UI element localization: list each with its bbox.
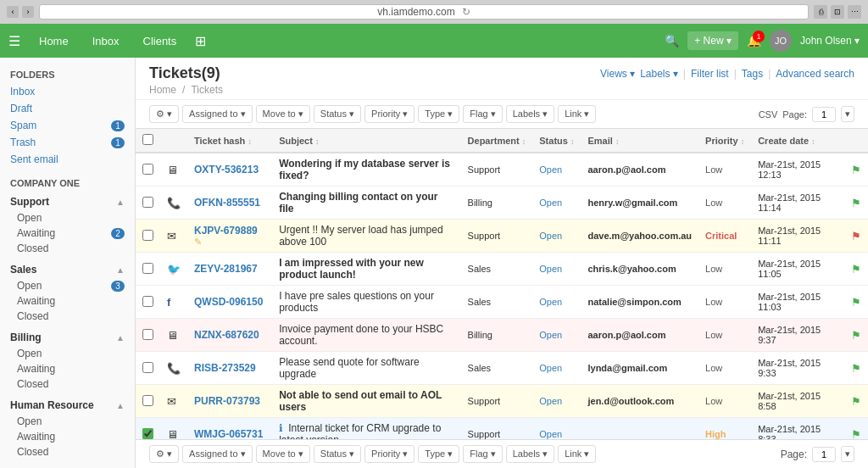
sidebar-group-billing-title[interactable]: Billing ▲ [0,327,135,346]
row-checkbox[interactable] [142,329,153,340]
row-subject[interactable]: Invoice payment done to your HSBC accoun… [272,319,460,352]
notification-bell[interactable]: 🔔 1 [747,34,761,47]
flag-icon[interactable]: ⚑ [851,197,861,209]
sidebar-support-closed[interactable]: Closed [0,241,135,256]
row-flag[interactable]: ⚑ [844,187,868,220]
bottom-assigned-to-button[interactable]: Assigned to ▾ [182,445,253,463]
flag-icon[interactable]: ⚑ [851,296,861,309]
bottom-move-to-button[interactable]: Move to ▾ [256,445,310,463]
sidebar-billing-open[interactable]: Open [0,346,135,361]
new-button[interactable]: + New ▾ [687,31,738,50]
row-checkbox[interactable] [142,164,153,175]
row-hash[interactable]: PURR-073793 [187,385,272,418]
bottom-priority-button[interactable]: Priority ▾ [364,445,415,463]
flag-icon[interactable]: ⚑ [851,395,861,408]
sidebar-billing-closed[interactable]: Closed [0,376,135,392]
row-hash[interactable]: KJPV-679889 ✎ [187,220,272,253]
labels-button[interactable]: Labels ▾ [640,68,678,80]
row-flag[interactable]: ⚑ [844,153,868,187]
sidebar-item-sent[interactable]: Sent email [0,151,135,168]
row-checkbox[interactable] [142,230,153,241]
row-checkbox[interactable] [142,362,153,373]
flag-icon[interactable]: ⚑ [851,362,861,375]
row-flag[interactable]: ⚑ [844,220,868,253]
bottom-link-button[interactable]: Link ▾ [558,445,596,463]
page-input[interactable] [812,107,836,122]
sidebar-sales-open[interactable]: Open 3 [0,278,135,293]
row-checkbox[interactable] [142,428,153,439]
row-subject[interactable]: I have pre sales questions on your produ… [272,286,460,319]
row-checkbox[interactable] [142,296,153,307]
tab-icon[interactable]: ⊡ [831,5,844,19]
row-flag[interactable]: ⚑ [844,385,868,418]
row-hash[interactable]: ZEYV-281967 [187,253,272,286]
sidebar-group-hr-title[interactable]: Human Resource ▲ [0,395,135,414]
assigned-to-button[interactable]: Assigned to ▾ [182,105,253,123]
row-flag[interactable]: ⚑ [844,253,868,286]
share-icon[interactable]: ⎙ [814,5,827,19]
flag-icon[interactable]: ⚑ [851,230,861,242]
flag-icon[interactable]: ⚑ [851,164,861,176]
row-subject[interactable]: Changing billing contact on your file [272,187,460,220]
sidebar-hr-open[interactable]: Open [0,414,135,429]
priority-button[interactable]: Priority ▾ [364,105,415,123]
labels-dropdown-button[interactable]: Labels ▾ [506,105,554,123]
hamburger-menu-icon[interactable]: ☰ [8,33,20,49]
sidebar-sales-closed[interactable]: Closed [0,309,135,324]
row-subject[interactable]: Wondering if my database server is fixed… [272,153,460,187]
row-subject[interactable]: I am impressed with your new product lau… [272,253,460,286]
filter-list-button[interactable]: Filter list [691,68,729,80]
bottom-status-button[interactable]: Status ▾ [314,445,361,463]
row-flag[interactable]: ⚑ [844,352,868,385]
sidebar-item-inbox[interactable]: Inbox [0,83,135,100]
row-subject[interactable]: Please send quote for software upgrade [272,352,460,385]
th-ticket-hash[interactable]: Ticket hash ↕ [187,129,272,153]
nav-inbox[interactable]: Inbox [87,31,125,51]
type-button[interactable]: Type ▾ [418,105,459,123]
sidebar-item-trash[interactable]: Trash 1 [0,134,135,151]
flag-icon[interactable]: ⚑ [851,263,861,276]
bottom-page-nav-btn[interactable]: ▾ [841,446,854,462]
bottom-type-button[interactable]: Type ▾ [418,445,459,463]
row-hash[interactable]: WMJG-065731 [187,418,272,440]
sidebar-support-open[interactable]: Open [0,210,135,226]
th-email[interactable]: Email ↕ [581,129,698,153]
sidebar-hr-closed[interactable]: Closed [0,444,135,460]
row-flag[interactable]: ⚑ [844,286,868,319]
th-status[interactable]: Status ↕ [532,129,581,153]
tags-button[interactable]: Tags [742,68,763,80]
sidebar-item-draft[interactable]: Draft [0,100,135,117]
sidebar-group-sales-title[interactable]: Sales ▲ [0,259,135,278]
refresh-icon[interactable]: ↻ [462,6,470,18]
row-hash[interactable]: OFKN-855551 [187,187,272,220]
row-flag[interactable]: ⚑ [844,418,868,440]
sidebar-billing-awaiting[interactable]: Awaiting [0,361,135,376]
move-to-button[interactable]: Move to ▾ [256,105,310,123]
row-subject[interactable]: Not able to send out email to AOL users [272,385,460,418]
sidebar-item-spam[interactable]: Spam 1 [0,117,135,134]
user-menu[interactable]: John Olsen ▾ [800,35,860,47]
flag-icon[interactable]: ⚑ [851,329,861,342]
flag-icon[interactable]: ⚑ [851,428,861,440]
search-icon[interactable]: 🔍 [665,34,679,47]
link-button[interactable]: Link ▾ [558,105,596,123]
forward-button[interactable]: › [22,6,34,18]
advanced-search-button[interactable]: Advanced search [776,68,854,80]
select-all-checkbox[interactable] [142,134,153,145]
sidebar-group-support-title[interactable]: Support ▲ [0,192,135,210]
row-hash[interactable]: QWSD-096150 [187,286,272,319]
url-bar[interactable]: vh.iamdemo.com ↻ [39,4,809,20]
bottom-labels-button[interactable]: Labels ▾ [506,445,554,463]
sidebar-support-awaiting[interactable]: Awaiting 2 [0,226,135,241]
row-subject[interactable]: Urgent !! My server load has jumped abov… [272,220,460,253]
row-checkbox[interactable] [142,263,153,274]
row-hash[interactable]: NZNX-687620 [187,319,272,352]
bottom-gear-dropdown[interactable]: ⚙ ▾ [149,445,179,463]
breadcrumb-home[interactable]: Home [149,84,176,96]
back-button[interactable]: ‹ [7,6,19,18]
bottom-flag-button[interactable]: Flag ▾ [463,445,502,463]
nav-home[interactable]: Home [34,31,74,51]
nav-clients[interactable]: Clients [138,31,182,51]
th-priority[interactable]: Priority ↕ [698,129,751,153]
row-hash[interactable]: OXTY-536213 [187,153,272,187]
